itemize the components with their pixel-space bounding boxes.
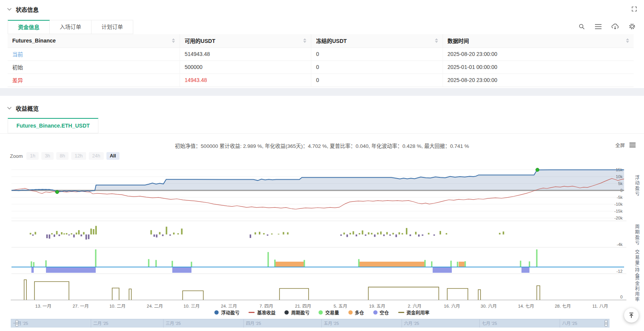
profit-section-header[interactable]: 收益概览 xyxy=(7,104,39,112)
period-pnl-bar xyxy=(503,231,504,234)
sort-carets-icon[interactable] xyxy=(626,38,629,43)
menu-icon[interactable] xyxy=(595,24,602,29)
tab-planned-orders[interactable]: 计划订单 xyxy=(92,20,133,34)
short-position-block xyxy=(433,267,452,273)
initial-label: 初始 xyxy=(8,61,180,74)
status-panel: 状态信息 资金信息 入场订单 计划订单 xyxy=(0,0,644,88)
sort-carets-icon[interactable] xyxy=(435,38,438,43)
volume-spike xyxy=(464,261,466,267)
search-icon[interactable] xyxy=(579,23,585,30)
volume-spike xyxy=(536,249,538,267)
period-pnl-bar xyxy=(283,232,284,234)
x-axis-tick: 5. 五月 xyxy=(333,304,347,308)
period-pnl-bar xyxy=(255,232,256,234)
table-header-row: Futures_Binance 可用的USDT 冻结的USDT 数据时间 xyxy=(8,34,634,48)
x-axis-tick: 13. 一月 xyxy=(35,304,51,308)
x-axis-tick: 21. 四月 xyxy=(295,304,311,308)
profit-section-title: 收益概览 xyxy=(16,104,39,112)
settings-gear-icon[interactable] xyxy=(629,23,636,30)
utilization-pulse xyxy=(478,290,481,300)
status-section-header[interactable]: 状态信息 xyxy=(7,5,39,13)
period-pnl-bar xyxy=(263,233,265,235)
legend-item[interactable]: 空仓 xyxy=(373,309,389,316)
utilization-pulse xyxy=(280,288,309,300)
legend-marker-icon xyxy=(248,312,255,313)
tab-entry-orders[interactable]: 入场订单 xyxy=(50,20,92,34)
axis-title-volume-pos: 交易量/持仓 xyxy=(634,249,640,278)
period-pnl-bar xyxy=(173,233,175,234)
table-row-initial: 初始 500000 0 2025-01-01 00:00:00 xyxy=(8,61,634,74)
legend-label: 交易量 xyxy=(325,309,339,316)
period-pnl-bar xyxy=(374,234,376,237)
sort-carets-icon[interactable] xyxy=(303,38,306,43)
x-axis-tick: 24. 二月 xyxy=(147,304,163,308)
cloud-download-icon[interactable] xyxy=(611,23,619,29)
x-axis-tick: 10. 三月 xyxy=(183,304,199,308)
period-pnl-bar xyxy=(32,234,34,236)
period-pnl-bar xyxy=(30,233,31,234)
period-pnl-bar xyxy=(356,234,357,236)
volume-spike xyxy=(172,261,173,267)
fullscreen-icon xyxy=(631,6,637,12)
period-pnl-bar xyxy=(78,230,80,234)
period-pnl-bar xyxy=(359,233,360,235)
chart-context-menu-icon[interactable] xyxy=(629,143,636,147)
difference-frozen: 0 xyxy=(311,74,443,87)
chevron-down-icon xyxy=(7,8,12,11)
zoom-8h-button[interactable]: 8h xyxy=(56,152,69,160)
period-pnl-bar xyxy=(278,234,280,234)
zoom-all-button[interactable]: All xyxy=(106,152,119,160)
x-axis-tick: 14. 七月 xyxy=(518,304,534,308)
utilization-pulse xyxy=(537,286,540,300)
legend-item[interactable]: 周期盈亏 xyxy=(284,309,309,316)
scroll-to-top-button[interactable] xyxy=(624,308,639,323)
navigator-month-label: 七月 '25 xyxy=(482,321,497,326)
tab-fund-info[interactable]: 资金信息 xyxy=(8,20,50,34)
period-pnl-bar xyxy=(406,228,407,234)
volume-spike xyxy=(358,259,360,267)
y-axis-tick: -5k xyxy=(617,195,623,200)
legend-item[interactable]: 交易量 xyxy=(319,309,339,316)
status-tabs: 资金信息 入场订单 计划订单 xyxy=(8,20,133,34)
zoom-1h-button[interactable]: 1h xyxy=(26,152,39,160)
chart-fullscreen-button[interactable]: 全屏 xyxy=(615,141,625,149)
chart-canvas[interactable]: 15k10k5k0-5k-10k-15k-20k-4k-12013. 一月27.… xyxy=(0,163,644,329)
panel-fullscreen-button[interactable] xyxy=(631,6,637,13)
zoom-12h-button[interactable]: 12h xyxy=(71,152,86,160)
period-pnl-bar xyxy=(371,233,373,234)
volume-spike xyxy=(191,262,192,267)
tab-symbol[interactable]: Futures_Binance.ETH_USDT xyxy=(8,118,98,133)
legend-label: 空仓 xyxy=(380,309,389,316)
x-axis-tick: 28. 七月 xyxy=(555,304,571,308)
col-header-data-time[interactable]: 数据时间 xyxy=(443,34,634,48)
navigator-month-label: 六月 '25 xyxy=(404,321,419,326)
y-axis-tick: 0 xyxy=(620,295,623,299)
period-pnl-bar xyxy=(154,234,155,237)
zoom-24h-button[interactable]: 24h xyxy=(89,152,104,160)
legend-item[interactable]: 浮动盈亏 xyxy=(214,309,239,316)
event-marker[interactable] xyxy=(536,168,539,172)
col-header-available-usdt[interactable]: 可用的USDT xyxy=(180,34,311,48)
legend-item[interactable]: 多仓 xyxy=(348,309,364,316)
period-pnl-bar xyxy=(64,233,65,234)
period-pnl-bar xyxy=(433,234,435,236)
long-position-block xyxy=(459,262,464,267)
navigator-handle-left[interactable] xyxy=(16,320,18,326)
zoom-range-selector: Zoom 1h 3h 8h 12h 24h All xyxy=(10,152,119,160)
current-row-link[interactable]: 当前 xyxy=(12,51,23,57)
sort-carets-icon[interactable] xyxy=(172,38,175,43)
col-header-account[interactable]: Futures_Binance xyxy=(8,34,180,48)
event-marker[interactable] xyxy=(56,190,59,194)
legend-label: 浮动盈亏 xyxy=(221,309,239,316)
legend-item[interactable]: 基准收益 xyxy=(248,309,275,316)
navigator-handle-right[interactable] xyxy=(605,320,608,326)
col-header-frozen-usdt[interactable]: 冻结的USDT xyxy=(311,34,443,48)
legend-label: 基准收益 xyxy=(257,309,275,316)
volume-spike xyxy=(155,260,157,267)
legend-item[interactable]: 资金利用率 xyxy=(398,309,430,316)
legend-marker-icon xyxy=(319,310,323,315)
volume-spike xyxy=(148,259,150,267)
zoom-3h-button[interactable]: 3h xyxy=(41,152,54,160)
period-pnl-bar xyxy=(34,232,36,234)
period-pnl-bar xyxy=(343,233,345,234)
